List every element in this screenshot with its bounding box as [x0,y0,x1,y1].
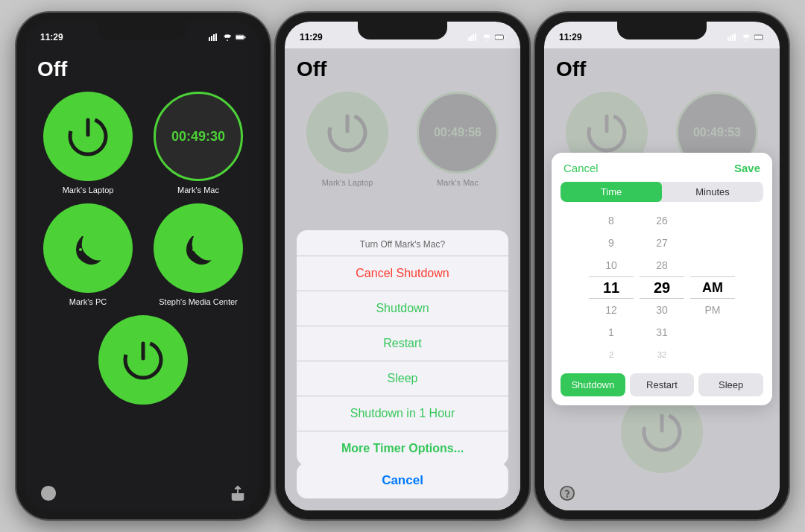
bottom-bar-1 [25,485,261,501]
action-cancel-btn[interactable]: Cancel [297,463,508,498]
timer-text-mac: 00:49:30 [171,129,225,145]
picker-ampm-spacer4 [690,321,735,343]
timer-text-3-mac: 00:49:53 [693,126,741,139]
svg-rect-27 [496,36,503,39]
action-restart-btn[interactable]: Restart [630,373,695,396]
svg-rect-25 [475,34,476,41]
phone-3: 11:29 Off [535,13,789,519]
svg-point-13 [195,240,199,244]
power-icon-extra [121,338,165,382]
device-label-pc: Mark's PC [69,297,107,306]
device-cell-2-laptop: Mark's Laptop [297,92,398,187]
picker-container[interactable]: 8 9 10 11 12 1 2 26 27 28 29 30 [561,209,763,366]
status-time-1: 11:29 [40,32,63,42]
picker-hours[interactable]: 8 9 10 11 12 1 2 [589,209,634,366]
notch-2 [358,22,447,39]
signal-icon-2 [468,34,479,41]
svg-point-14 [203,238,206,241]
svg-point-43 [567,496,568,497]
device-cell-laptop[interactable]: Mark's Laptop [37,92,139,194]
action-item-shutdown-1h[interactable]: Shutdown in 1 Hour [297,396,508,431]
app-content-2: Off Mark's Laptop 00:49:56 [285,48,520,510]
seg-btn-time[interactable]: Time [561,182,662,202]
action-row: Shutdown Restart Sleep [561,373,763,396]
action-sheet: Turn Off Mark's Mac? Cancel Shutdown Shu… [297,230,508,466]
picker-ampm-spacer3 [690,254,735,276]
svg-point-10 [91,236,95,240]
help-icon-3[interactable] [559,485,575,501]
app-content-3: Off 00:49:53 [544,48,780,510]
picker-hour-10: 10 [589,254,634,276]
device-label-mac: Mark's Mac [177,186,219,194]
svg-rect-1 [211,36,212,41]
picker-pm[interactable]: PM [690,299,735,321]
svg-rect-6 [244,37,245,39]
phone-screen-2: 11:29 Off Mark's Laptop [285,22,520,510]
svg-rect-22 [468,37,470,41]
svg-rect-23 [470,36,472,41]
sleep-button-pc[interactable] [43,203,133,293]
help-icon-1[interactable] [40,485,57,501]
picker-hour-12: 12 [589,299,634,321]
svg-rect-28 [504,37,505,39]
svg-point-15 [192,248,195,251]
picker-ampm[interactable]: AM PM [690,209,735,366]
battery-icon-1 [236,34,246,41]
picker-hour-8: 8 [589,209,634,232]
seg-btn-minutes[interactable]: Minutes [662,182,763,202]
timer-picker-dialog: Cancel Save Time Minutes 8 9 10 11 12 1 [552,153,772,405]
picker-am[interactable]: AM [690,276,735,299]
app-title-1: Off [37,57,249,81]
timer-cancel-btn[interactable]: Cancel [564,162,599,174]
action-shutdown-btn[interactable]: Shutdown [561,373,625,396]
power-icon-2-laptop [325,110,370,155]
picker-min-26: 26 [640,209,684,232]
picker-hour-2: 2 [589,343,634,366]
svg-rect-33 [732,34,733,41]
device-cell-mac[interactable]: 00:49:30 Mark's Mac [148,92,249,194]
picker-min-29[interactable]: 29 [640,276,684,299]
picker-ampm-spacer1 [690,209,735,232]
svg-point-11 [79,248,82,251]
timer-text-2-mac: 00:49:56 [434,126,482,139]
svg-rect-34 [734,34,736,41]
power-button-extra[interactable] [98,315,188,405]
wifi-icon-3 [741,34,751,41]
svg-rect-32 [730,36,731,41]
action-item-more-timer[interactable]: More Timer Options... [297,431,508,466]
power-btn-2-laptop [306,92,388,174]
action-item-sleep[interactable]: Sleep [297,361,508,396]
device-cell-extra[interactable] [98,315,188,405]
power-icon-3-extra [640,410,684,455]
action-sleep-btn[interactable]: Sleep [698,373,763,396]
power-button-laptop[interactable] [43,92,133,181]
status-icons-1 [209,34,246,41]
device-grid-2: Mark's Laptop 00:49:56 Mark's Mac [297,92,508,187]
picker-min-31: 31 [640,321,684,343]
phone-screen-1: 11:29 Off Mark's Laptop [25,22,261,510]
device-cell-media[interactable]: Steph's Media Center [148,203,249,306]
notch-3 [617,22,707,39]
app-title-2: Off [297,57,508,81]
timer-button-mac[interactable]: 00:49:30 [154,92,243,181]
share-icon-1[interactable] [230,485,246,501]
sleep-button-media[interactable] [154,203,243,293]
picker-hour-11[interactable]: 11 [589,276,634,299]
svg-point-20 [48,496,49,497]
action-item-cancel-shutdown[interactable]: Cancel Shutdown [297,256,508,291]
picker-ampm-spacer5 [690,343,735,366]
svg-rect-2 [213,34,215,41]
picker-hour-1: 1 [589,321,634,343]
power-icon-laptop [66,114,110,159]
device-cell-2-mac: 00:49:56 Mark's Mac [407,92,508,187]
notch-1 [98,22,188,39]
timer-save-btn[interactable]: Save [734,162,760,174]
action-item-restart[interactable]: Restart [297,326,508,361]
svg-rect-31 [727,37,729,41]
status-icons-2 [468,34,505,41]
picker-ampm-spacer2 [690,232,735,254]
wifi-icon-2 [482,34,492,41]
action-item-shutdown[interactable]: Shutdown [297,291,508,326]
picker-minutes[interactable]: 26 27 28 29 30 31 32 [640,209,684,366]
device-cell-pc[interactable]: Mark's PC [37,203,139,306]
